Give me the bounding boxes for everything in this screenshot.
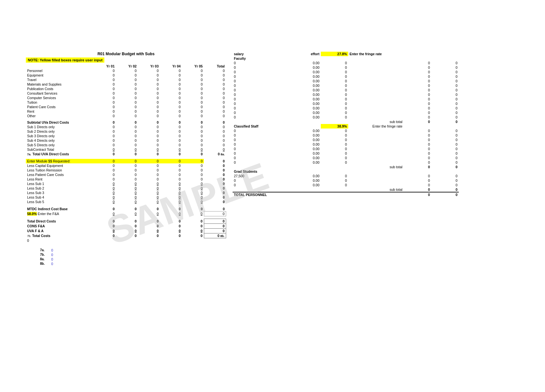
budget-row: Personnel000000 (26, 68, 226, 73)
personnel-data-row: 00.00000 (233, 83, 459, 88)
budget-row: Patient Care Costs000000 (26, 105, 226, 109)
module-row: Less Capital Equipment000000 (26, 163, 226, 168)
sub-direct-row: Sub 5 Directs only000000 (26, 143, 226, 147)
module-row: Less Sub 3000000 (26, 191, 226, 195)
subtotal-uva-row: Subtotal UVa Direct Costs000000 (26, 120, 226, 125)
budget-table: Yr 01 Yr 02 Yr 03 Yr 04 Yr 05 Total Pers… (26, 64, 226, 243)
personnel-data-row: 00.00000 (233, 61, 459, 65)
budget-row: Computer Services000000 (26, 96, 226, 100)
personnel-data-row: 00.00000 (233, 151, 459, 156)
sub-direct-row: Sub 3 Directs only000000 (26, 134, 226, 138)
module-row: Less Sub 1000000 (26, 181, 226, 186)
left-panel: R01 Modular Budget with Subs NOTE: Yello… (26, 52, 226, 266)
summary-row: 7b. Total Costs000000 8b. (26, 233, 226, 238)
personnel-data-row: 00.00000 (233, 74, 459, 79)
personnel-data-row: 00.00000 (233, 92, 459, 97)
personnel-data-row: 00.00000 (233, 183, 459, 187)
page-title: R01 Modular Budget with Subs (26, 52, 226, 56)
faculty-subtotal-row: sub total00 (233, 119, 459, 124)
personnel-data-row: 00.00000 (233, 129, 459, 133)
col-header-yr4: Yr 04 (160, 64, 182, 68)
personnel-data-row: 00.00000 (233, 79, 459, 83)
summary-row: Total Direct Costs000000 (26, 219, 226, 224)
personnel-data-row: 00.00000 (233, 97, 459, 101)
module-row: Enter Module $$ Requested:000000 (26, 159, 226, 163)
personnel-data-row: 00.00000 (233, 106, 459, 110)
personnel-data-row: 00.00000 (233, 147, 459, 151)
budget-row: Consultant Services000000 (26, 91, 226, 96)
column-header-row: Yr 01 Yr 02 Yr 03 Yr 04 Yr 05 Total (26, 64, 226, 68)
personnel-data-row: 00.00000 (233, 142, 459, 147)
ref-row: 8a.0 (39, 257, 54, 262)
sub-direct-row: Sub 2 Directs only000000 (26, 129, 226, 134)
module-row: Less Sub 2000000 (26, 186, 226, 191)
sub-direct-row: SubContract Total000000 (26, 147, 226, 152)
budget-row: Travel000000 (26, 77, 226, 82)
personnel-table: salary effort 27.8% Enter the fringe rat… (233, 52, 459, 197)
grad-subtotal-row: sub total00 (233, 187, 459, 192)
label-7b: 7b. (27, 234, 31, 238)
budget-row: Other000000 (26, 114, 226, 118)
module-row: Less Patient Care Costs000000 (26, 172, 226, 177)
module-row: Less Rent000000 (26, 177, 226, 181)
col-header-yr5: Yr 05 (182, 64, 204, 68)
col-header-label (26, 64, 94, 68)
classified-section-header: Classified Staff38.9%Enter the fringe ra… (233, 124, 459, 129)
col-header-yr1: Yr 01 (94, 64, 116, 68)
module-row: Less Tuition Remission000000 (26, 168, 226, 172)
personnel-data-row: 00.00000 (233, 101, 459, 106)
total-uva-row: 7a.Total UVA Direct Costs000000 8a. (26, 152, 226, 156)
right-panel: salary effort 27.8% Enter the fringe rat… (233, 52, 459, 266)
budget-row: Rent000000 (26, 109, 226, 114)
module-row: Less Sub 4000000 (26, 195, 226, 200)
personnel-data-row: 00.00000 (233, 70, 459, 74)
personnel-data-row: 00.00000 (233, 88, 459, 92)
budget-row: Materials and Supplies000000 (26, 82, 226, 87)
personnel-data-row: 00.00000 (233, 156, 459, 160)
ref-row: 7b.0 (39, 253, 54, 257)
budget-row: Publication Costs000000 (26, 87, 226, 91)
personnel-data-row: 00.00000 (233, 115, 459, 119)
fna-rate[interactable]: 58.0% (27, 212, 37, 216)
personnel-data-row: 00.00000 (233, 178, 459, 183)
right-header-row: salary effort 27.8% Enter the fringe rat… (233, 52, 459, 56)
module-row: Less Sub 5000000 (26, 200, 226, 204)
personnel-data-row: 00.00000 (233, 65, 459, 70)
sub-direct-row: Sub 4 Directs only000000 (26, 138, 226, 143)
faculty-section-header: Faculty (233, 56, 459, 61)
rh-fringe[interactable]: 27.8% (321, 52, 348, 56)
page-container: SAMPLE R01 Modular Budget with Subs NOTE… (6, 52, 539, 266)
col-header-yr2: Yr 02 (116, 64, 138, 68)
personnel-data-row: 27,5000.00000 (233, 174, 459, 178)
personnel-data-row: 00.00000 (233, 138, 459, 142)
label-7a: 7a. (27, 153, 31, 156)
total-personnel-row: TOTAL PERSONNEL00 (233, 192, 459, 197)
classified-subtotal-row: sub total00 (233, 165, 459, 169)
note-label: NOTE: Yellow filled boxes require user i… (26, 57, 104, 63)
bottom-refs: 7a.07b.08a.08b.0 (39, 248, 226, 266)
grad-section-header: Grad Students (233, 169, 459, 174)
rh-salary: salary (233, 52, 293, 56)
fna-row: 58.0% Enter the F&A000000 (26, 211, 226, 216)
summary-row: CONS F&A000000 (26, 224, 226, 229)
personnel-data-row: 00.00000 (233, 160, 459, 165)
rh-effort: effort (293, 52, 321, 56)
refs-table: 7a.07b.08a.08b.0 (39, 248, 54, 266)
ref-row: 7a.0 (39, 248, 54, 253)
mtdc-row: MTDC Indirect Cost Base000000 (26, 207, 226, 211)
col-header-total: Total (204, 64, 226, 68)
budget-row: Equipment000000 (26, 73, 226, 77)
ref-row: 8b.0 (39, 262, 54, 266)
personnel-data-row: 00.00000 (233, 133, 459, 138)
personnel-data-row: 00.00000 (233, 110, 459, 115)
budget-row: Tuition000000 (26, 100, 226, 105)
rh-fringe-desc: Enter the fringe rate (348, 52, 459, 56)
col-header-yr3: Yr 03 (138, 64, 160, 68)
extra-zero-row: 0 (26, 238, 226, 243)
sub-direct-row: Sub 1 Directs only000000 (26, 125, 226, 129)
summary-row: UVA F & A000000 (26, 229, 226, 233)
